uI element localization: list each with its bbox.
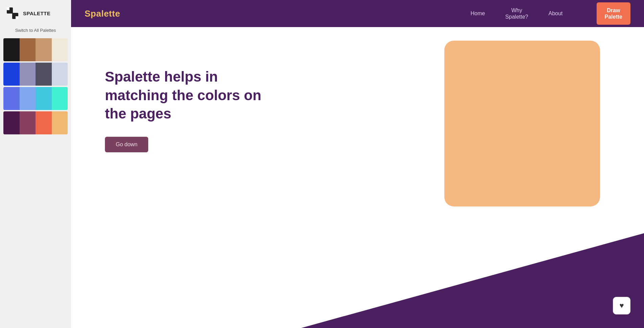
palette-item[interactable] <box>3 87 68 110</box>
swatch-2-4 <box>52 63 68 86</box>
swatch-2-1 <box>3 63 20 86</box>
draw-palette-button[interactable]: DrawPalette <box>597 2 630 25</box>
hero-section: Spalette helps in matching the colors on… <box>71 27 644 328</box>
swatch-3-2 <box>20 87 36 110</box>
go-down-button[interactable]: Go down <box>105 137 148 152</box>
swatch-4-4 <box>52 111 68 134</box>
hero-bg-decoration <box>71 199 644 328</box>
heart-button[interactable]: ♥ <box>613 297 630 314</box>
palette-list <box>0 38 71 134</box>
sidebar-logo: SPALETTE <box>0 0 71 26</box>
swatch-2-3 <box>36 63 52 86</box>
svg-marker-5 <box>71 233 644 328</box>
hero-decorative-card <box>444 41 600 206</box>
nav-links: Home WhySpalette? About DrawPalette <box>470 2 630 25</box>
palette-item[interactable] <box>3 111 68 134</box>
swatch-1-2 <box>20 38 36 61</box>
swatch-4-2 <box>20 111 36 134</box>
swatch-1-4 <box>52 38 68 61</box>
switch-palettes-label[interactable]: Switch to All Palettes <box>0 26 71 38</box>
palette-item[interactable] <box>3 63 68 86</box>
navbar: Spalette Home WhySpalette? About DrawPal… <box>71 0 644 27</box>
palette-item[interactable] <box>3 38 68 61</box>
swatch-3-3 <box>36 87 52 110</box>
nav-link-why-spalette[interactable]: WhySpalette? <box>505 7 528 20</box>
main-content: Spalette Home WhySpalette? About DrawPal… <box>71 0 644 328</box>
svg-rect-3 <box>7 7 9 10</box>
svg-rect-4 <box>16 16 18 19</box>
nav-brand[interactable]: Spalette <box>85 8 120 19</box>
swatch-4-1 <box>3 111 20 134</box>
swatch-2-2 <box>20 63 36 86</box>
swatch-4-3 <box>36 111 52 134</box>
heart-icon: ♥ <box>619 301 624 310</box>
hero-content: Spalette helps in matching the colors on… <box>105 68 281 152</box>
sidebar: SPALETTE Switch to All Palettes <box>0 0 71 328</box>
nav-link-about[interactable]: About <box>549 10 563 17</box>
swatch-3-1 <box>3 87 20 110</box>
swatch-1-3 <box>36 38 52 61</box>
spalette-logo-icon <box>5 6 20 20</box>
logo-text: SPALETTE <box>23 10 50 16</box>
swatch-3-4 <box>52 87 68 110</box>
hero-title: Spalette helps in matching the colors on… <box>105 68 281 123</box>
nav-link-home[interactable]: Home <box>470 10 485 17</box>
swatch-1-1 <box>3 38 20 61</box>
